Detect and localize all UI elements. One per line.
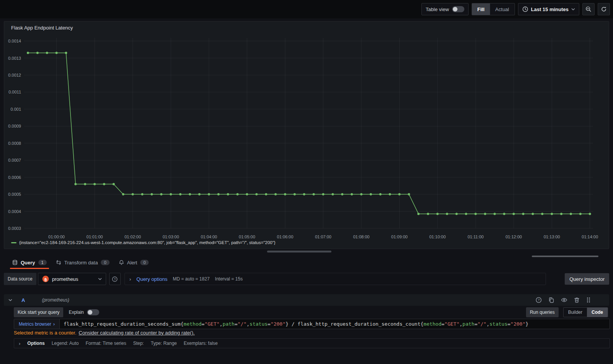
svg-text:01:10:00: 01:10:00 [429, 234, 446, 239]
fill-button[interactable]: Fill [472, 3, 490, 15]
svg-text:01:04:00: 01:04:00 [201, 234, 217, 239]
builder-button[interactable]: Builder [564, 308, 587, 317]
refresh-icon [601, 6, 607, 12]
svg-text:0.0003: 0.0003 [8, 226, 21, 231]
chevron-right-icon: › [53, 321, 55, 326]
query-inspector-button[interactable]: Query inspector [565, 273, 609, 285]
promql-editor-row: Metrics browser › flask_http_request_dur… [14, 319, 610, 329]
bell-icon [119, 260, 124, 265]
panel-title: Flask App Endpoint Latency [11, 25, 73, 31]
svg-text:?: ? [538, 298, 539, 302]
kick-start-query-button[interactable]: Kick start your query [14, 307, 63, 317]
time-range-picker[interactable]: Last 15 minutes [518, 3, 579, 15]
tab-alert-count: 0 [140, 260, 149, 265]
clock-icon [522, 6, 528, 12]
svg-text:0.0013: 0.0013 [8, 56, 21, 61]
svg-text:0.0004: 0.0004 [8, 209, 21, 214]
transform-icon [56, 260, 61, 265]
svg-text:01:02:00: 01:02:00 [125, 234, 141, 239]
table-view-toggle[interactable] [452, 6, 464, 12]
chevron-right-icon: › [129, 277, 131, 282]
datasource-help-button[interactable]: ? [109, 273, 121, 285]
svg-text:0.0008: 0.0008 [8, 141, 21, 146]
tab-alert[interactable]: Alert 0 [116, 256, 152, 269]
code-button[interactable]: Code [587, 308, 608, 317]
svg-text:01:14:00: 01:14:00 [582, 234, 598, 239]
svg-text:01:06:00: 01:06:00 [277, 234, 293, 239]
svg-text:01:12:00: 01:12:00 [505, 234, 522, 239]
datasource-row: Data source prometheus ? › Query options… [4, 273, 609, 285]
legend-item[interactable]: {instance="ec2-184-169-216-224.us-west-1… [11, 240, 275, 245]
svg-text:0.001: 0.001 [10, 107, 21, 111]
tab-transform-count: 0 [101, 260, 109, 265]
svg-text:01:03:00: 01:03:00 [162, 234, 179, 239]
query-options-header[interactable]: › Query options MD = auto = 1827 Interva… [125, 273, 546, 285]
query-datasource-hint: (prometheus) [42, 297, 69, 303]
explain-control: Explain [69, 309, 99, 315]
help-icon: ? [112, 276, 118, 282]
table-view-control: Table view [421, 3, 469, 15]
trash-icon[interactable] [574, 297, 580, 303]
svg-text:01:11:00: 01:11:00 [467, 234, 484, 239]
svg-text:01:08:00: 01:08:00 [353, 234, 370, 239]
prometheus-logo-icon [42, 275, 49, 282]
promql-query-input[interactable]: flask_http_request_duration_seconds_sum{… [60, 319, 610, 329]
refresh-button[interactable] [598, 3, 610, 15]
eye-icon[interactable] [561, 297, 567, 303]
run-queries-button[interactable]: Run queries [526, 307, 559, 317]
option-format: Format: Time series [85, 341, 126, 346]
tab-transform-label: Transform data [64, 260, 98, 266]
builder-code-segmented: Builder Code [563, 307, 608, 317]
svg-text:0.0006: 0.0006 [8, 175, 21, 180]
query-row-actions: ? [536, 297, 591, 303]
collapse-chevron-icon[interactable] [8, 298, 12, 302]
max-data-points-value: MD = auto = 1827 [173, 276, 210, 282]
svg-text:0.0011: 0.0011 [8, 90, 21, 94]
tab-query-count: 1 [38, 260, 47, 265]
timeseries-chart[interactable]: 01:00:0001:01:0001:02:0001:03:0001:04:00… [4, 32, 610, 242]
svg-text:0.0014: 0.0014 [8, 39, 21, 43]
warning-text: Selected metric is a counter. [14, 330, 76, 336]
actual-button[interactable]: Actual [490, 3, 515, 15]
explain-toggle[interactable] [87, 309, 99, 315]
chevron-right-icon: › [19, 341, 20, 346]
svg-text:01:05:00: 01:05:00 [239, 234, 255, 239]
query-options-collapsed[interactable]: › Options Legend: Auto Format: Time seri… [14, 338, 610, 348]
tab-alert-label: Alert [127, 260, 138, 266]
datasource-picker[interactable]: prometheus [38, 273, 106, 285]
time-range-label: Last 15 minutes [531, 7, 569, 12]
svg-text:01:00:00: 01:00:00 [48, 234, 65, 239]
panel-edit-toolbar: Table view Fill Actual Last 15 minutes [0, 0, 613, 18]
fill-actual-segmented: Fill Actual [472, 3, 515, 15]
chevron-down-icon [98, 277, 102, 280]
zoom-out-button[interactable] [582, 3, 595, 15]
svg-text:0.0005: 0.0005 [8, 192, 21, 197]
legend-series-marker [11, 242, 16, 243]
explain-label: Explain [69, 310, 84, 315]
tab-transform-data[interactable]: Transform data 0 [53, 256, 113, 269]
option-exemplars: Exemplars: false [184, 341, 218, 346]
drag-handle-icon[interactable] [586, 297, 591, 303]
duplicate-icon[interactable] [548, 297, 554, 303]
datasource-value: prometheus [52, 276, 95, 282]
zoom-out-icon [585, 6, 592, 12]
svg-text:?: ? [114, 277, 116, 281]
interval-value: Interval = 15s [215, 276, 243, 282]
warning-rate-hint-link[interactable]: Consider calculating rate of counter by … [79, 330, 195, 336]
option-step: Step: [133, 341, 144, 346]
svg-text:0.0012: 0.0012 [8, 73, 21, 77]
editor-tabs: Query 1 Transform data 0 Alert 0 [0, 256, 613, 269]
option-legend: Legend: Auto [52, 341, 79, 346]
svg-text:0.0007: 0.0007 [8, 158, 21, 162]
database-icon [12, 260, 18, 265]
svg-text:01:09:00: 01:09:00 [391, 234, 408, 239]
query-help-icon[interactable]: ? [536, 297, 542, 303]
svg-text:01:01:00: 01:01:00 [87, 234, 103, 239]
option-type: Type: Range [151, 341, 177, 346]
tab-query[interactable]: Query 1 [9, 256, 50, 269]
chevron-down-icon [571, 8, 575, 11]
query-ref-id: A [21, 297, 25, 303]
metrics-browser-button[interactable]: Metrics browser › [14, 319, 60, 329]
metrics-browser-label: Metrics browser [19, 321, 51, 327]
pane-resize-handle[interactable] [267, 251, 331, 253]
